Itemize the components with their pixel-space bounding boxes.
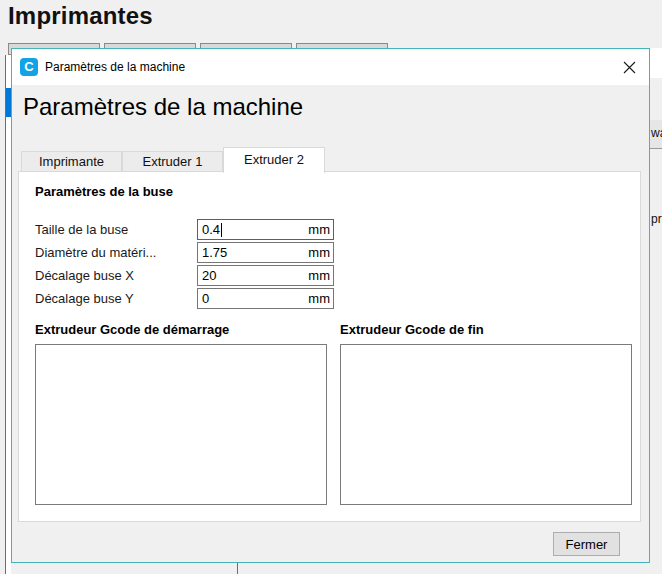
- field-value: 0: [202, 291, 209, 306]
- material-diameter-input[interactable]: 1.75 mm: [197, 242, 334, 263]
- dialog-titlebar[interactable]: C Paramètres de la machine: [12, 49, 649, 85]
- background-right-panel: [650, 48, 662, 78]
- page-title: Imprimantes: [8, 2, 153, 30]
- background-right-text-fragment: pr: [651, 212, 662, 226]
- tab-content-panel: Paramètres de la buse Taille de la buse …: [18, 171, 641, 522]
- text-caret: [221, 223, 222, 237]
- close-icon[interactable]: [621, 59, 637, 75]
- field-unit: mm: [308, 222, 330, 237]
- tab-imprimante[interactable]: Imprimante: [21, 151, 122, 172]
- screen: Imprimantes wa pr C Paramètres de la mac…: [0, 0, 662, 574]
- nozzle-offset-y-input[interactable]: 0 mm: [197, 288, 334, 309]
- field-row: Décalage buse X 20 mm: [19, 265, 640, 286]
- nozzle-size-input[interactable]: 0.4 mm: [197, 219, 334, 240]
- field-row: Diamètre du matéri... 1.75 mm: [19, 242, 640, 263]
- extruder-end-gcode-heading: Extrudeur Gcode de fin: [340, 322, 484, 337]
- field-unit: mm: [308, 245, 330, 260]
- dialog-title: Paramètres de la machine: [45, 49, 185, 85]
- background-divider: [237, 562, 238, 574]
- field-unit: mm: [308, 268, 330, 283]
- extruder-start-gcode-heading: Extrudeur Gcode de démarrage: [35, 322, 229, 337]
- nozzle-settings-heading: Paramètres de la buse: [35, 184, 173, 199]
- tab-extruder-2[interactable]: Extruder 2: [223, 147, 325, 173]
- field-label: Décalage buse Y: [35, 291, 134, 306]
- field-unit: mm: [308, 291, 330, 306]
- machine-settings-dialog: C Paramètres de la machine Paramètres de…: [11, 48, 650, 563]
- fermer-button[interactable]: Fermer: [553, 532, 620, 556]
- field-label: Taille de la buse: [35, 222, 128, 237]
- cura-logo-icon: C: [20, 58, 38, 76]
- extruder-start-gcode-textarea[interactable]: [35, 344, 327, 505]
- tab-extruder-1[interactable]: Extruder 1: [122, 151, 223, 172]
- field-value: 0.4: [202, 222, 220, 237]
- background-right-button-fragment: wa: [650, 120, 662, 149]
- dialog-heading: Paramètres de la machine: [23, 93, 303, 121]
- nozzle-offset-x-input[interactable]: 20 mm: [197, 265, 334, 286]
- field-label: Diamètre du matéri...: [35, 245, 156, 260]
- field-value: 20: [202, 268, 216, 283]
- extruder-end-gcode-textarea[interactable]: [340, 344, 632, 505]
- field-row: Taille de la buse 0.4 mm: [19, 219, 640, 240]
- field-label: Décalage buse X: [35, 268, 134, 283]
- field-row: Décalage buse Y 0 mm: [19, 288, 640, 309]
- field-value: 1.75: [202, 245, 227, 260]
